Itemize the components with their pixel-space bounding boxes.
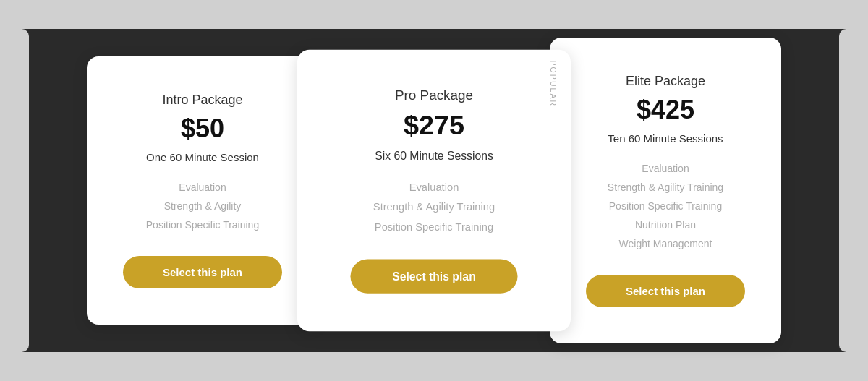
- card-elite: Elite Package $425 Ten 60 Minute Session…: [550, 38, 781, 343]
- pro-feature-2: Strength & Agility Training: [324, 197, 545, 216]
- elite-feature-4: Nutrition Plan: [571, 215, 760, 234]
- pro-package-name: Pro Package: [324, 87, 545, 103]
- elite-feature-1: Evaluation: [571, 159, 760, 178]
- intro-feature-2: Strength & Agility: [109, 197, 297, 215]
- bg-strip-bottom: [0, 352, 868, 381]
- pro-select-button[interactable]: Select this plan: [351, 260, 518, 294]
- pro-features-list: Evaluation Strength & Agility Training P…: [324, 177, 545, 236]
- pro-package-price: $275: [324, 110, 545, 142]
- intro-package-name: Intro Package: [109, 93, 297, 108]
- elite-feature-2: Strength & Agility Training: [571, 178, 760, 197]
- elite-package-price: $425: [571, 95, 760, 125]
- elite-sessions: Ten 60 Minute Sessions: [571, 132, 760, 145]
- side-bg-left: [0, 29, 29, 352]
- intro-package-price: $50: [109, 114, 297, 144]
- cards-wrapper: Intro Package $50 One 60 Minute Session …: [36, 38, 832, 343]
- card-pro: POPULAR Pro Package $275 Six 60 Minute S…: [297, 50, 571, 332]
- elite-feature-3: Position Specific Training: [571, 197, 760, 215]
- bg-strip-top: [0, 0, 868, 29]
- pro-sessions: Six 60 Minute Sessions: [324, 149, 545, 162]
- card-intro: Intro Package $50 One 60 Minute Session …: [87, 56, 318, 325]
- pricing-section: Intro Package $50 One 60 Minute Session …: [0, 0, 868, 381]
- pro-feature-1: Evaluation: [324, 177, 545, 197]
- elite-package-name: Elite Package: [571, 74, 760, 89]
- intro-select-button[interactable]: Select this plan: [123, 256, 282, 288]
- elite-select-button[interactable]: Select this plan: [586, 275, 745, 307]
- elite-feature-5: Weight Management: [571, 234, 760, 253]
- elite-features-list: Evaluation Strength & Agility Training P…: [571, 159, 760, 253]
- pro-feature-3: Position Specific Training: [324, 217, 545, 236]
- intro-features-list: Evaluation Strength & Agility Position S…: [109, 178, 297, 234]
- popular-badge: POPULAR: [549, 60, 558, 107]
- intro-feature-3: Position Specific Training: [109, 215, 297, 234]
- intro-sessions: One 60 Minute Session: [109, 151, 297, 163]
- side-bg-right: [839, 29, 868, 352]
- intro-feature-1: Evaluation: [109, 178, 297, 197]
